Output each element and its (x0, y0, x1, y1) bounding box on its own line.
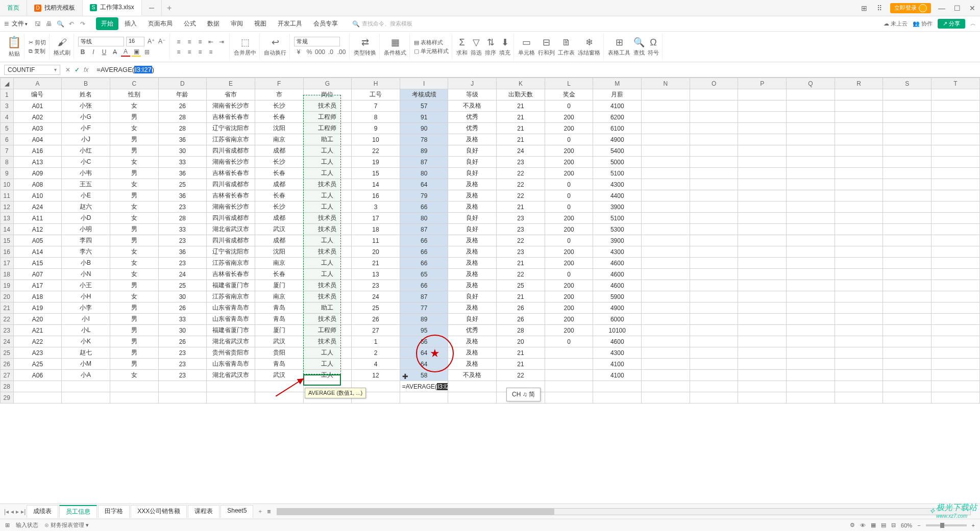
data-cell[interactable]: 77 (400, 302, 448, 314)
col-header[interactable]: K (497, 78, 545, 89)
sum-button[interactable]: Σ求和 (456, 37, 468, 57)
data-cell[interactable]: 5300 (593, 224, 642, 235)
maximize-button[interactable]: ☐ (949, 0, 965, 16)
share-button[interactable]: ↗分享 (938, 19, 965, 29)
save-icon[interactable]: 🖫 (34, 20, 42, 28)
collapse-ribbon-icon[interactable]: ︿ (970, 20, 976, 28)
data-cell[interactable]: 200 (545, 246, 593, 258)
data-cell[interactable]: 小B (62, 258, 110, 269)
view-page-icon[interactable]: ▤ (881, 522, 886, 528)
data-cell[interactable]: A03 (13, 123, 62, 134)
data-cell[interactable]: 36 (158, 134, 207, 145)
data-cell[interactable]: 4100 (593, 359, 642, 370)
data-cell[interactable]: 21 (497, 359, 545, 370)
sheet-tab[interactable]: 田字格 (98, 505, 130, 518)
format-painter-button[interactable]: 🖌格式刷 (54, 37, 70, 57)
data-cell[interactable]: 28 (158, 123, 207, 134)
header-cell[interactable]: 工号 (352, 89, 400, 100)
decrease-font-icon[interactable]: A⁻ (157, 37, 166, 46)
merge-button[interactable]: ⬚合并居中 (234, 37, 256, 57)
data-cell[interactable]: A17 (13, 280, 62, 291)
data-cell[interactable] (545, 347, 593, 359)
formula-cell[interactable]: =AVERAGE(I3:I27) (400, 381, 448, 392)
col-header[interactable]: I (400, 78, 448, 89)
data-cell[interactable]: 良好 (448, 168, 497, 179)
data-cell[interactable]: 青岛 (255, 359, 303, 370)
copy-button[interactable]: ⧉复制 (29, 47, 46, 55)
data-cell[interactable]: 1 (352, 336, 400, 347)
data-cell[interactable]: A19 (13, 302, 62, 314)
data-cell[interactable]: 66 (400, 246, 448, 258)
data-cell[interactable]: 小N (62, 269, 110, 280)
data-cell[interactable]: 女 (110, 123, 158, 134)
menu-icon[interactable]: ≡ (4, 19, 9, 29)
data-cell[interactable]: A16 (13, 145, 62, 157)
ribbon-tab-4[interactable]: 数据 (202, 17, 225, 30)
data-cell[interactable]: 22 (497, 370, 545, 381)
data-cell[interactable]: 辽宁省沈阳市 (207, 123, 255, 134)
number-format-select[interactable]: 常规 (294, 37, 340, 46)
eye-icon[interactable]: 👁 (860, 522, 866, 528)
header-cell[interactable]: 编号 (13, 89, 62, 100)
data-cell[interactable]: 4600 (593, 258, 642, 269)
data-cell[interactable]: 及格 (448, 190, 497, 201)
paste-button[interactable]: 📋粘贴 (7, 36, 21, 58)
file-menu[interactable]: 文件▾ (12, 19, 28, 28)
data-cell[interactable]: 4600 (593, 336, 642, 347)
data-cell[interactable]: 小J (62, 134, 110, 145)
data-cell[interactable]: 小E (62, 190, 110, 201)
data-cell[interactable]: 南京 (255, 258, 303, 269)
biz-tag[interactable]: ⊙ 财务报表管理 ▾ (44, 521, 89, 529)
view-normal-icon[interactable]: ▦ (871, 522, 876, 528)
data-cell[interactable]: 小F (62, 123, 110, 134)
data-cell[interactable]: 36 (158, 190, 207, 201)
data-cell[interactable]: 87 (400, 157, 448, 168)
data-cell[interactable]: 及格 (448, 336, 497, 347)
data-cell[interactable]: 21 (497, 347, 545, 359)
data-cell[interactable]: 李四 (62, 235, 110, 246)
data-cell[interactable]: 赵七 (62, 347, 110, 359)
data-cell[interactable]: 22 (497, 190, 545, 201)
data-cell[interactable]: 0 (545, 336, 593, 347)
data-cell[interactable]: 18 (352, 224, 400, 235)
data-cell[interactable]: 长春 (255, 112, 303, 123)
data-cell[interactable]: 21 (497, 123, 545, 134)
data-cell[interactable]: 64 (400, 179, 448, 190)
font-color-button[interactable]: A (121, 47, 130, 57)
col-header[interactable]: Q (787, 78, 835, 89)
data-cell[interactable]: 21 (497, 201, 545, 213)
data-cell[interactable]: 技术员 (303, 213, 352, 224)
data-cell[interactable]: 0 (545, 100, 593, 112)
data-cell[interactable]: 4300 (593, 347, 642, 359)
filter-button[interactable]: ▽筛选 (471, 37, 482, 57)
data-cell[interactable]: 200 (545, 291, 593, 302)
data-cell[interactable]: 工人 (303, 370, 352, 381)
data-cell[interactable]: 6200 (593, 112, 642, 123)
data-cell[interactable]: 男 (110, 112, 158, 123)
data-cell[interactable]: A24 (13, 201, 62, 213)
header-cell[interactable]: 性别 (110, 89, 158, 100)
last-sheet-icon[interactable]: ▸| (21, 508, 26, 515)
increase-font-icon[interactable]: A⁺ (146, 37, 156, 46)
ribbon-tab-5[interactable]: 审阅 (226, 17, 248, 30)
data-cell[interactable]: 江苏省南京市 (207, 291, 255, 302)
data-cell[interactable]: 80 (400, 168, 448, 179)
fx-icon[interactable]: fx (84, 66, 88, 73)
data-cell[interactable]: 25 (497, 280, 545, 291)
data-cell[interactable]: A23 (13, 347, 62, 359)
data-cell[interactable]: 技术员 (303, 246, 352, 258)
data-cell[interactable]: 17 (352, 213, 400, 224)
data-cell[interactable]: 男 (110, 235, 158, 246)
data-cell[interactable]: 长沙 (255, 100, 303, 112)
col-header[interactable]: H (352, 78, 400, 89)
col-header[interactable]: O (690, 78, 738, 89)
data-cell[interactable]: 湖南省长沙市 (207, 157, 255, 168)
align-bottom-icon[interactable]: ≡ (195, 37, 205, 46)
data-cell[interactable]: 小K (62, 336, 110, 347)
data-cell[interactable]: 24 (352, 291, 400, 302)
sheet-list-icon[interactable]: ≡ (267, 508, 271, 515)
data-cell[interactable]: 女 (110, 269, 158, 280)
sheet-tab[interactable]: XXX公司销售额 (131, 505, 187, 518)
data-cell[interactable]: 25 (158, 280, 207, 291)
data-cell[interactable]: 23 (158, 235, 207, 246)
